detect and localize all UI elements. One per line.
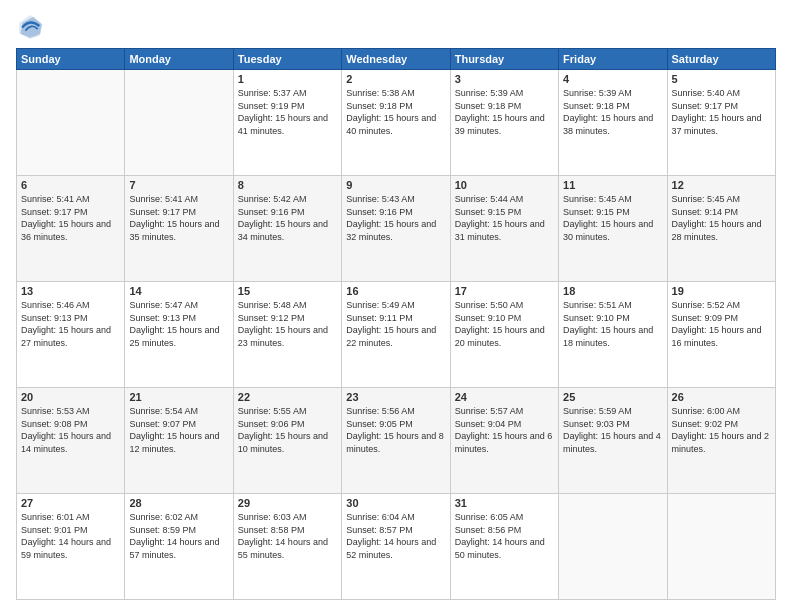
day-number: 29	[238, 497, 337, 509]
day-info: Sunrise: 5:41 AM Sunset: 9:17 PM Dayligh…	[21, 193, 120, 243]
day-number: 5	[672, 73, 771, 85]
weekday-header: Saturday	[667, 49, 775, 70]
day-info: Sunrise: 5:51 AM Sunset: 9:10 PM Dayligh…	[563, 299, 662, 349]
calendar-cell: 13Sunrise: 5:46 AM Sunset: 9:13 PM Dayli…	[17, 282, 125, 388]
calendar-cell: 7Sunrise: 5:41 AM Sunset: 9:17 PM Daylig…	[125, 176, 233, 282]
calendar-week-row: 6Sunrise: 5:41 AM Sunset: 9:17 PM Daylig…	[17, 176, 776, 282]
calendar-cell: 4Sunrise: 5:39 AM Sunset: 9:18 PM Daylig…	[559, 70, 667, 176]
day-info: Sunrise: 5:37 AM Sunset: 9:19 PM Dayligh…	[238, 87, 337, 137]
weekday-header: Wednesday	[342, 49, 450, 70]
day-info: Sunrise: 5:49 AM Sunset: 9:11 PM Dayligh…	[346, 299, 445, 349]
day-info: Sunrise: 5:54 AM Sunset: 9:07 PM Dayligh…	[129, 405, 228, 455]
calendar-cell	[125, 70, 233, 176]
day-number: 12	[672, 179, 771, 191]
calendar-cell: 20Sunrise: 5:53 AM Sunset: 9:08 PM Dayli…	[17, 388, 125, 494]
day-number: 31	[455, 497, 554, 509]
day-number: 25	[563, 391, 662, 403]
logo	[16, 12, 48, 40]
day-info: Sunrise: 6:01 AM Sunset: 9:01 PM Dayligh…	[21, 511, 120, 561]
day-number: 30	[346, 497, 445, 509]
day-number: 20	[21, 391, 120, 403]
day-info: Sunrise: 6:00 AM Sunset: 9:02 PM Dayligh…	[672, 405, 771, 455]
day-number: 23	[346, 391, 445, 403]
calendar-cell: 28Sunrise: 6:02 AM Sunset: 8:59 PM Dayli…	[125, 494, 233, 600]
day-info: Sunrise: 5:45 AM Sunset: 9:14 PM Dayligh…	[672, 193, 771, 243]
day-number: 10	[455, 179, 554, 191]
day-info: Sunrise: 5:39 AM Sunset: 9:18 PM Dayligh…	[455, 87, 554, 137]
day-number: 24	[455, 391, 554, 403]
calendar-cell: 12Sunrise: 5:45 AM Sunset: 9:14 PM Dayli…	[667, 176, 775, 282]
page: SundayMondayTuesdayWednesdayThursdayFrid…	[0, 0, 792, 612]
calendar-cell: 22Sunrise: 5:55 AM Sunset: 9:06 PM Dayli…	[233, 388, 341, 494]
calendar-cell: 23Sunrise: 5:56 AM Sunset: 9:05 PM Dayli…	[342, 388, 450, 494]
day-number: 22	[238, 391, 337, 403]
calendar-cell: 18Sunrise: 5:51 AM Sunset: 9:10 PM Dayli…	[559, 282, 667, 388]
day-info: Sunrise: 5:38 AM Sunset: 9:18 PM Dayligh…	[346, 87, 445, 137]
calendar-cell: 29Sunrise: 6:03 AM Sunset: 8:58 PM Dayli…	[233, 494, 341, 600]
day-info: Sunrise: 5:48 AM Sunset: 9:12 PM Dayligh…	[238, 299, 337, 349]
day-number: 8	[238, 179, 337, 191]
day-info: Sunrise: 5:39 AM Sunset: 9:18 PM Dayligh…	[563, 87, 662, 137]
calendar-week-row: 20Sunrise: 5:53 AM Sunset: 9:08 PM Dayli…	[17, 388, 776, 494]
day-info: Sunrise: 5:57 AM Sunset: 9:04 PM Dayligh…	[455, 405, 554, 455]
calendar-cell	[17, 70, 125, 176]
day-number: 15	[238, 285, 337, 297]
weekday-header: Tuesday	[233, 49, 341, 70]
day-number: 21	[129, 391, 228, 403]
day-number: 13	[21, 285, 120, 297]
day-info: Sunrise: 5:50 AM Sunset: 9:10 PM Dayligh…	[455, 299, 554, 349]
day-number: 11	[563, 179, 662, 191]
day-info: Sunrise: 5:52 AM Sunset: 9:09 PM Dayligh…	[672, 299, 771, 349]
day-info: Sunrise: 5:40 AM Sunset: 9:17 PM Dayligh…	[672, 87, 771, 137]
weekday-header: Thursday	[450, 49, 558, 70]
day-number: 4	[563, 73, 662, 85]
day-number: 16	[346, 285, 445, 297]
day-number: 27	[21, 497, 120, 509]
day-number: 14	[129, 285, 228, 297]
day-info: Sunrise: 5:45 AM Sunset: 9:15 PM Dayligh…	[563, 193, 662, 243]
calendar-week-row: 1Sunrise: 5:37 AM Sunset: 9:19 PM Daylig…	[17, 70, 776, 176]
calendar-cell: 24Sunrise: 5:57 AM Sunset: 9:04 PM Dayli…	[450, 388, 558, 494]
weekday-header: Friday	[559, 49, 667, 70]
day-info: Sunrise: 5:43 AM Sunset: 9:16 PM Dayligh…	[346, 193, 445, 243]
day-info: Sunrise: 5:46 AM Sunset: 9:13 PM Dayligh…	[21, 299, 120, 349]
day-info: Sunrise: 6:02 AM Sunset: 8:59 PM Dayligh…	[129, 511, 228, 561]
day-info: Sunrise: 6:03 AM Sunset: 8:58 PM Dayligh…	[238, 511, 337, 561]
day-number: 3	[455, 73, 554, 85]
calendar-cell: 30Sunrise: 6:04 AM Sunset: 8:57 PM Dayli…	[342, 494, 450, 600]
day-info: Sunrise: 6:05 AM Sunset: 8:56 PM Dayligh…	[455, 511, 554, 561]
calendar-cell: 6Sunrise: 5:41 AM Sunset: 9:17 PM Daylig…	[17, 176, 125, 282]
weekday-header: Sunday	[17, 49, 125, 70]
calendar-cell: 21Sunrise: 5:54 AM Sunset: 9:07 PM Dayli…	[125, 388, 233, 494]
calendar-cell: 14Sunrise: 5:47 AM Sunset: 9:13 PM Dayli…	[125, 282, 233, 388]
day-info: Sunrise: 5:56 AM Sunset: 9:05 PM Dayligh…	[346, 405, 445, 455]
calendar-cell: 11Sunrise: 5:45 AM Sunset: 9:15 PM Dayli…	[559, 176, 667, 282]
day-info: Sunrise: 6:04 AM Sunset: 8:57 PM Dayligh…	[346, 511, 445, 561]
calendar-cell: 15Sunrise: 5:48 AM Sunset: 9:12 PM Dayli…	[233, 282, 341, 388]
day-info: Sunrise: 5:47 AM Sunset: 9:13 PM Dayligh…	[129, 299, 228, 349]
calendar-cell	[667, 494, 775, 600]
calendar-cell: 10Sunrise: 5:44 AM Sunset: 9:15 PM Dayli…	[450, 176, 558, 282]
day-number: 7	[129, 179, 228, 191]
calendar-week-row: 27Sunrise: 6:01 AM Sunset: 9:01 PM Dayli…	[17, 494, 776, 600]
header	[16, 12, 776, 40]
day-number: 9	[346, 179, 445, 191]
day-number: 18	[563, 285, 662, 297]
day-number: 19	[672, 285, 771, 297]
calendar-cell	[559, 494, 667, 600]
day-info: Sunrise: 5:42 AM Sunset: 9:16 PM Dayligh…	[238, 193, 337, 243]
calendar-cell: 1Sunrise: 5:37 AM Sunset: 9:19 PM Daylig…	[233, 70, 341, 176]
day-number: 17	[455, 285, 554, 297]
day-number: 1	[238, 73, 337, 85]
calendar-header-row: SundayMondayTuesdayWednesdayThursdayFrid…	[17, 49, 776, 70]
calendar-cell: 27Sunrise: 6:01 AM Sunset: 9:01 PM Dayli…	[17, 494, 125, 600]
day-number: 6	[21, 179, 120, 191]
calendar-cell: 3Sunrise: 5:39 AM Sunset: 9:18 PM Daylig…	[450, 70, 558, 176]
day-number: 28	[129, 497, 228, 509]
logo-icon	[16, 12, 44, 40]
calendar-cell: 26Sunrise: 6:00 AM Sunset: 9:02 PM Dayli…	[667, 388, 775, 494]
calendar-cell: 16Sunrise: 5:49 AM Sunset: 9:11 PM Dayli…	[342, 282, 450, 388]
calendar-cell: 31Sunrise: 6:05 AM Sunset: 8:56 PM Dayli…	[450, 494, 558, 600]
day-info: Sunrise: 5:44 AM Sunset: 9:15 PM Dayligh…	[455, 193, 554, 243]
calendar-table: SundayMondayTuesdayWednesdayThursdayFrid…	[16, 48, 776, 600]
